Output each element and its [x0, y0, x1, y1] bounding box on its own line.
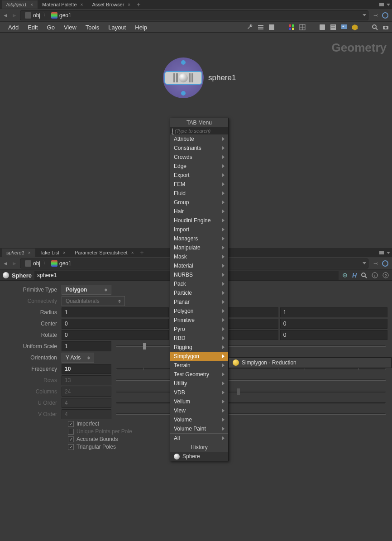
tabmenu-item-constraints[interactable]: Constraints: [170, 144, 228, 153]
rotate-x[interactable]: [62, 330, 169, 340]
tabmenu-item-rigging[interactable]: Rigging: [170, 343, 228, 352]
radius-z[interactable]: [280, 307, 387, 317]
uniform-scale-slider[interactable]: [116, 345, 386, 347]
tabmenu-item-polygon[interactable]: Polygon: [170, 306, 228, 316]
triangular-poles-checkbox[interactable]: [68, 444, 74, 450]
gear-icon[interactable]: [341, 272, 349, 279]
menu-add[interactable]: Add: [4, 22, 23, 33]
pane-menu-icon[interactable]: [387, 252, 390, 254]
close-icon[interactable]: ×: [81, 2, 83, 7]
camera-icon[interactable]: [382, 24, 389, 31]
tabmenu-item-volume[interactable]: Volume: [170, 415, 228, 424]
crumb-root[interactable]: obj: [22, 12, 43, 19]
back-button[interactable]: ◄: [2, 260, 9, 267]
note-icon[interactable]: [330, 24, 337, 31]
menu-help[interactable]: Help: [130, 22, 152, 33]
text-icon[interactable]: [268, 24, 275, 31]
add-tab-button[interactable]: +: [140, 249, 144, 256]
tabmenu-item-terrain[interactable]: Terrain: [170, 361, 228, 370]
simplygon-submenu[interactable]: Simplygon - Reduction: [229, 357, 392, 368]
image-icon[interactable]: [340, 24, 348, 31]
grid-icon[interactable]: [299, 24, 306, 31]
close-icon[interactable]: ×: [63, 250, 66, 255]
search-icon[interactable]: [360, 272, 368, 279]
accurate-bounds-checkbox[interactable]: [68, 436, 74, 442]
maximize-icon[interactable]: [379, 3, 384, 6]
menu-view[interactable]: View: [59, 22, 81, 33]
node-sphere1[interactable]: sphere1: [163, 57, 236, 98]
menu-tools[interactable]: Tools: [81, 22, 104, 33]
radius-x[interactable]: [62, 307, 169, 317]
close-icon[interactable]: ×: [128, 2, 130, 7]
grid-color-icon[interactable]: [288, 24, 295, 31]
primitive-type-combo[interactable]: Polygon: [62, 285, 111, 295]
pane2-tab-2[interactable]: Parameter Spreadsheet ×: [70, 249, 139, 257]
breadcrumb[interactable]: obj 〉 geo1: [20, 10, 368, 20]
crumb-node[interactable]: geo1: [48, 260, 74, 267]
tabmenu-item-crowds[interactable]: Crowds: [170, 153, 228, 162]
tabmenu-item-hair[interactable]: Hair: [170, 207, 228, 216]
pin-icon[interactable]: ⤙: [372, 260, 379, 267]
tabmenu-item-attribute[interactable]: Attribute: [170, 134, 228, 144]
tabmenu-item-fluid[interactable]: Fluid: [170, 189, 228, 198]
dropdown-icon[interactable]: [363, 262, 366, 264]
close-icon[interactable]: ×: [28, 250, 31, 255]
top-tab-2[interactable]: Asset Browser ×: [87, 0, 135, 9]
tabmenu-item-primitive[interactable]: Primitive: [170, 316, 228, 325]
tabmenu-item-managers[interactable]: Managers: [170, 234, 228, 243]
pane2-tab-1[interactable]: Take List ×: [35, 249, 70, 257]
package-icon[interactable]: [351, 24, 359, 31]
close-icon[interactable]: ×: [30, 2, 33, 7]
crumb-node[interactable]: geo1: [48, 12, 74, 19]
tabmenu-item-houdini-engine[interactable]: Houdini Engine: [170, 216, 228, 225]
top-tab-0[interactable]: /obj/geo1 ×: [2, 0, 38, 9]
top-tab-1[interactable]: Material Palette ×: [38, 0, 87, 9]
pin-icon[interactable]: ⤙: [372, 12, 379, 19]
unique-points-checkbox[interactable]: [68, 429, 74, 435]
tabmenu-item-edge[interactable]: Edge: [170, 162, 228, 171]
tabmenu-item-planar[interactable]: Planar: [170, 297, 228, 306]
wrench-icon[interactable]: [246, 24, 253, 31]
forward-button[interactable]: ►: [11, 260, 18, 267]
tabmenu-item-rbd[interactable]: RBD: [170, 334, 228, 343]
help-icon[interactable]: ?: [382, 272, 389, 279]
tabmenu-item-simplygon[interactable]: Simplygon: [170, 352, 228, 361]
dropdown-icon[interactable]: [363, 14, 366, 16]
forward-button[interactable]: ►: [11, 12, 18, 19]
node-tile[interactable]: [164, 71, 202, 85]
pane-menu-icon[interactable]: [387, 4, 390, 6]
tabmenu-item-group[interactable]: Group: [170, 198, 228, 207]
close-icon[interactable]: ×: [131, 250, 134, 255]
tabmenu-item-mask[interactable]: Mask: [170, 252, 228, 261]
target-icon[interactable]: [382, 260, 388, 267]
center-z[interactable]: [280, 319, 387, 329]
frequency-field[interactable]: [62, 364, 111, 374]
tabmenu-item-material[interactable]: Material: [170, 261, 228, 270]
tabmenu-item-manipulate[interactable]: Manipulate: [170, 243, 228, 252]
tabmenu-recent-sphere[interactable]: Sphere: [170, 452, 228, 461]
menu-layout[interactable]: Layout: [104, 22, 130, 33]
center-x[interactable]: [62, 319, 169, 329]
tabmenu-search-input[interactable]: [175, 128, 238, 134]
tabmenu-all[interactable]: All: [170, 434, 228, 443]
pane2-tab-0[interactable]: sphere1 ×: [2, 249, 35, 257]
crumb-root[interactable]: obj: [22, 260, 43, 267]
tabmenu-item-fem[interactable]: FEM: [170, 180, 228, 189]
imperfect-checkbox[interactable]: [68, 421, 74, 427]
info-icon[interactable]: i: [371, 272, 378, 279]
tabmenu-item-nurbs[interactable]: NURBS: [170, 270, 228, 279]
add-tab-button[interactable]: +: [137, 1, 140, 8]
tabmenu-item-vdb[interactable]: VDB: [170, 388, 228, 397]
tabmenu-search[interactable]: [170, 127, 228, 134]
uniform-scale-field[interactable]: [62, 341, 111, 351]
tabmenu-item-utility[interactable]: Utility: [170, 379, 228, 388]
tabmenu-item-vellum[interactable]: Vellum: [170, 397, 228, 406]
target-icon[interactable]: [382, 12, 388, 19]
list-icon[interactable]: [257, 24, 264, 31]
search-icon[interactable]: [371, 24, 378, 31]
rotate-z[interactable]: [280, 330, 387, 340]
tabmenu-item-particle[interactable]: Particle: [170, 288, 228, 297]
h-icon[interactable]: H: [352, 272, 357, 279]
tabmenu-item-test-geometry[interactable]: Test Geometry: [170, 370, 228, 379]
save-icon[interactable]: [319, 24, 326, 31]
